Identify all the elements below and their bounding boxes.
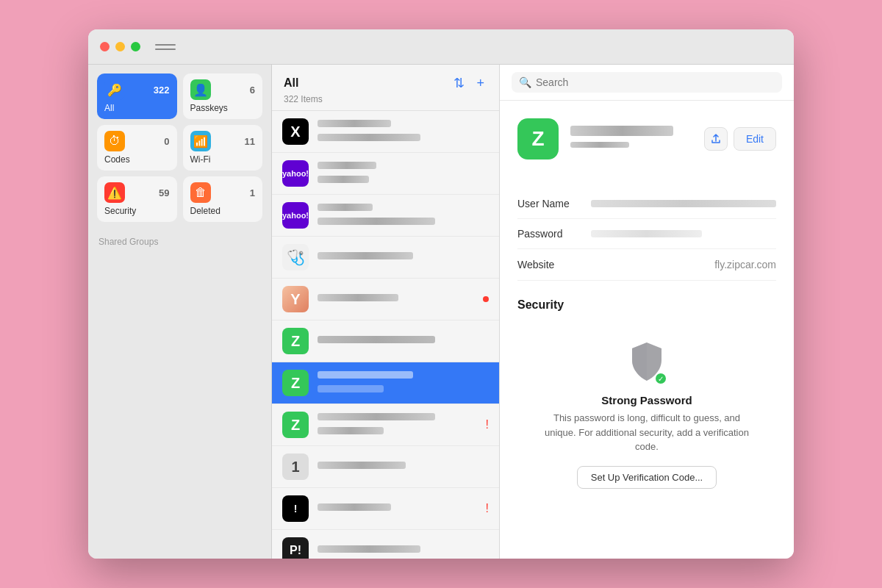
item-name bbox=[318, 334, 489, 347]
setup-verification-button[interactable]: Set Up Verification Code... bbox=[577, 466, 717, 489]
sidebar-item-passkeys[interactable]: 👤 6 Passkeys bbox=[183, 74, 263, 119]
detail-panel: 🔍 Z bbox=[500, 65, 794, 559]
list-item[interactable]: ! ! bbox=[272, 488, 499, 530]
list-item[interactable]: Z ! bbox=[272, 404, 499, 446]
security-icon: ⚠️ bbox=[104, 182, 125, 203]
password-label: Password bbox=[517, 228, 591, 240]
share-button[interactable] bbox=[704, 127, 728, 151]
list-title: All bbox=[284, 76, 298, 90]
security-section-title: Security bbox=[517, 298, 776, 312]
titlebar bbox=[88, 29, 794, 65]
security-status: Strong Password bbox=[601, 394, 692, 406]
item-icon: Z bbox=[282, 328, 309, 354]
list-item[interactable]: P! bbox=[272, 530, 499, 559]
search-icon: 🔍 bbox=[519, 76, 531, 88]
item-name bbox=[318, 251, 489, 263]
username-field: User Name bbox=[517, 189, 776, 219]
item-icon: 🩺 bbox=[282, 244, 309, 270]
website-label: Website bbox=[517, 259, 591, 270]
security-section: Security ✓ Strong Password This password… bbox=[517, 298, 776, 503]
sort-button[interactable]: ⇅ bbox=[451, 74, 467, 93]
codes-icon: ⏱ bbox=[104, 131, 125, 151]
main-content: 🔑 322 All 👤 6 Passkeys ⏱ bbox=[88, 65, 794, 559]
add-button[interactable]: + bbox=[473, 74, 487, 93]
minimize-button[interactable] bbox=[115, 42, 125, 51]
list-subtitle: 322 Items bbox=[284, 94, 487, 104]
security-card: ✓ Strong Password This password is long,… bbox=[517, 326, 776, 503]
item-detail bbox=[318, 426, 477, 438]
sidebar-grid: 🔑 322 All 👤 6 Passkeys ⏱ bbox=[97, 74, 262, 222]
list-item[interactable]: X bbox=[272, 111, 499, 153]
item-name bbox=[318, 460, 489, 473]
list-item[interactable]: 1 bbox=[272, 446, 499, 488]
edit-button[interactable]: Edit bbox=[734, 127, 776, 151]
maximize-button[interactable] bbox=[131, 42, 140, 51]
close-button[interactable] bbox=[100, 42, 110, 51]
wifi-icon: 📶 bbox=[190, 131, 211, 151]
warning-icon: ! bbox=[486, 502, 489, 515]
all-icon: 🔑 bbox=[104, 79, 125, 100]
sidebar-item-wifi[interactable]: 📶 11 Wi-Fi bbox=[183, 125, 263, 171]
list-item[interactable]: Y bbox=[272, 279, 499, 320]
item-name bbox=[318, 202, 489, 215]
item-icon: Z bbox=[282, 412, 309, 438]
list-item[interactable]: yahoo! bbox=[272, 153, 499, 195]
website-value[interactable]: fly.zipcar.com bbox=[714, 259, 776, 270]
website-field: Website fly.zipcar.com bbox=[517, 249, 776, 281]
deleted-icon: 🗑 bbox=[190, 182, 211, 203]
list-item[interactable]: Z bbox=[272, 320, 499, 362]
item-icon: ! bbox=[282, 495, 309, 522]
security-label: Security bbox=[104, 206, 170, 216]
passkeys-count: 6 bbox=[250, 85, 255, 96]
item-icon: 1 bbox=[282, 453, 309, 480]
item-icon: Y bbox=[282, 286, 309, 312]
wifi-count: 11 bbox=[245, 136, 255, 147]
sidebar-item-deleted[interactable]: 🗑 1 Deleted bbox=[183, 176, 263, 222]
codes-count: 0 bbox=[164, 136, 169, 147]
item-name bbox=[318, 118, 489, 131]
username-label: User Name bbox=[517, 198, 591, 209]
detail-app-name bbox=[570, 126, 673, 136]
passkeys-label: Passkeys bbox=[190, 103, 256, 113]
username-value bbox=[591, 200, 776, 207]
list-item[interactable]: 🩺 bbox=[272, 237, 499, 279]
detail-header: Z Edit bbox=[517, 118, 776, 171]
item-detail bbox=[318, 216, 489, 229]
deleted-count: 1 bbox=[250, 187, 255, 198]
item-name bbox=[318, 502, 477, 514]
security-description: This password is long, difficult to gues… bbox=[544, 411, 750, 454]
passkeys-icon: 👤 bbox=[190, 79, 211, 100]
item-warning-badge bbox=[483, 296, 489, 302]
sidebar-item-security[interactable]: ⚠️ 59 Security bbox=[97, 176, 177, 222]
item-icon: Z bbox=[282, 370, 309, 396]
list-item[interactable]: Z bbox=[272, 362, 499, 404]
share-icon bbox=[710, 133, 722, 145]
sidebar-item-all[interactable]: 🔑 322 All bbox=[97, 74, 177, 119]
list-items: X yahoo! yahoo! bbox=[272, 111, 499, 559]
sidebar-item-codes[interactable]: ⏱ 0 Codes bbox=[97, 125, 177, 171]
item-name bbox=[318, 412, 477, 424]
security-icon-wrap: ✓ bbox=[629, 341, 664, 385]
password-value bbox=[591, 230, 702, 237]
wifi-label: Wi-Fi bbox=[190, 154, 256, 165]
codes-label: Codes bbox=[104, 154, 170, 165]
item-icon: yahoo! bbox=[282, 202, 309, 229]
item-name bbox=[318, 370, 489, 382]
search-input[interactable] bbox=[536, 76, 775, 88]
item-icon: yahoo! bbox=[282, 160, 309, 187]
list-header: All ⇅ + 322 Items bbox=[272, 65, 499, 111]
all-count: 322 bbox=[154, 85, 170, 96]
check-badge: ✓ bbox=[654, 372, 667, 385]
item-name bbox=[318, 544, 489, 556]
sidebar: 🔑 322 All 👤 6 Passkeys ⏱ bbox=[88, 65, 272, 559]
all-label: All bbox=[104, 103, 170, 113]
item-icon: X bbox=[282, 118, 309, 145]
item-name bbox=[318, 160, 489, 173]
warning-icon: ! bbox=[486, 418, 489, 431]
item-detail bbox=[318, 174, 489, 187]
traffic-lights bbox=[100, 42, 140, 51]
list-item[interactable]: yahoo! bbox=[272, 195, 499, 237]
item-icon: P! bbox=[282, 537, 309, 559]
sidebar-toggle-button[interactable] bbox=[155, 40, 176, 54]
detail-avatar: Z bbox=[517, 118, 559, 159]
